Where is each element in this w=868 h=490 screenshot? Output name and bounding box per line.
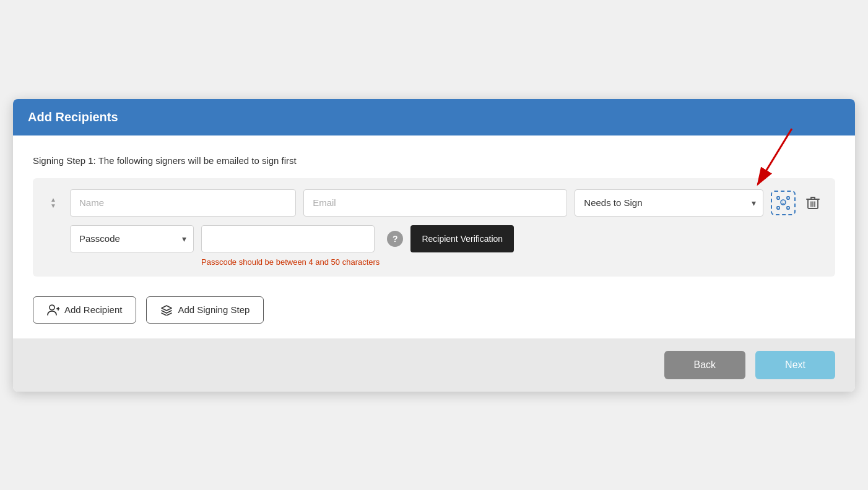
modal-body: Signing Step 1: The following signers wi…: [13, 135, 855, 338]
sort-handle[interactable]: ▲ ▼: [44, 197, 63, 209]
trash-icon: [806, 196, 820, 210]
recipient-card: ▲ ▼ Needs to Sign Receives a Copy In Per…: [33, 178, 835, 277]
modal-header: Add Recipients: [13, 99, 855, 135]
add-signing-step-label: Add Signing Step: [178, 304, 250, 315]
passcode-input-wrapper: Passcode should be between 4 and 50 char…: [201, 225, 380, 267]
name-input[interactable]: [70, 189, 296, 217]
svg-rect-3: [787, 197, 789, 199]
recipient-card-container: ▲ ▼ Needs to Sign Receives a Copy In Per…: [33, 178, 835, 277]
passcode-input[interactable]: [201, 225, 375, 252]
add-person-icon: [47, 304, 59, 316]
action-icons: [771, 191, 824, 215]
svg-rect-5: [787, 207, 789, 209]
recipient-verification-button[interactable]: Recipient Verification: [410, 225, 514, 252]
delete-recipient-button[interactable]: [802, 192, 824, 214]
add-recipient-label: Add Recipient: [64, 304, 122, 315]
recipient-row-1: ▲ ▼ Needs to Sign Receives a Copy In Per…: [44, 189, 824, 217]
face-scan-icon: [776, 196, 790, 210]
passcode-select-wrapper: Passcode None SMS ▾: [70, 225, 194, 252]
email-input[interactable]: [303, 189, 567, 217]
role-select[interactable]: Needs to Sign Receives a Copy In Person …: [575, 189, 763, 217]
help-icon[interactable]: ?: [387, 231, 403, 247]
layers-icon: [160, 304, 173, 316]
action-buttons-row: Add Recipient Add Signing Step: [33, 296, 835, 324]
passcode-select[interactable]: Passcode None SMS: [70, 225, 194, 252]
add-recipient-button[interactable]: Add Recipient: [33, 296, 136, 324]
role-select-wrapper: Needs to Sign Receives a Copy In Person …: [575, 189, 763, 217]
face-scan-button[interactable]: [771, 191, 796, 215]
passcode-error-message: Passcode should be between 4 and 50 char…: [201, 257, 380, 267]
recipient-row-2: Passcode None SMS ▾ Passcode should be b…: [70, 225, 824, 267]
svg-rect-2: [777, 197, 779, 199]
svg-point-7: [782, 201, 783, 202]
signing-step-label: Signing Step 1: The following signers wi…: [33, 155, 835, 166]
svg-rect-4: [777, 207, 779, 209]
sort-arrows-icon: ▲ ▼: [50, 197, 56, 209]
modal-footer: Back Next: [13, 338, 855, 392]
add-recipients-modal: Add Recipients Signing Step 1: The follo…: [13, 99, 855, 392]
next-button[interactable]: Next: [755, 351, 835, 379]
svg-point-8: [784, 201, 784, 202]
modal-title: Add Recipients: [28, 110, 118, 124]
back-button[interactable]: Back: [664, 351, 746, 379]
svg-point-17: [50, 305, 54, 310]
add-signing-step-button[interactable]: Add Signing Step: [146, 296, 264, 324]
